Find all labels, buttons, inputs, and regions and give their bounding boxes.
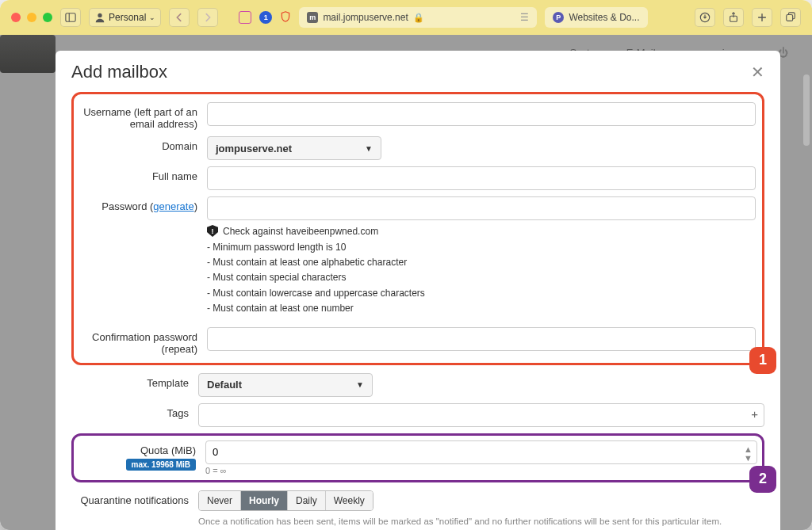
bookmark-favicon: P — [553, 12, 564, 23]
url-text: mail.jompuserve.net — [323, 12, 408, 23]
annotation-badge-2: 2 — [749, 466, 776, 493]
modal-title: Add mailbox — [71, 62, 167, 82]
bookmark-label: Websites & Do... — [569, 12, 639, 23]
quarantine-notif-label: Quarantine notifications — [71, 490, 198, 528]
chevron-down-icon: ▼ — [356, 380, 364, 389]
hibp-hint: Check against haveibeenpwned.com — [223, 226, 378, 237]
tabs-button[interactable] — [780, 8, 801, 27]
password-label: Password (generate) — [80, 196, 207, 321]
bookmark-chip[interactable]: P Websites & Do... — [545, 7, 647, 28]
site-favicon: m — [307, 12, 318, 23]
annotation-callout-2: Quota (MiB) max. 19968 MiB ▲▼ 0 = ∞ 2 — [71, 433, 764, 482]
fullname-label: Full name — [80, 166, 207, 190]
shield-icon — [207, 225, 218, 237]
quarantine-daily-button[interactable]: Daily — [288, 491, 326, 510]
domain-label: Domain — [80, 136, 207, 160]
quarantine-hourly-button[interactable]: Hourly — [241, 491, 288, 510]
svg-rect-5 — [787, 15, 793, 21]
confirm-password-label: Confirmation password (repeat) — [80, 327, 207, 355]
template-select[interactable]: Default ▼ — [198, 373, 373, 397]
new-tab-button[interactable] — [752, 8, 772, 27]
maximize-window-button[interactable] — [43, 13, 52, 22]
share-button[interactable] — [723, 8, 744, 27]
quota-max-badge: max. 19968 MiB — [126, 459, 197, 471]
page-scrollbar[interactable] — [802, 74, 810, 522]
tags-input[interactable] — [198, 403, 764, 427]
username-label: Username (left part of an email address) — [80, 102, 207, 130]
quota-hint: 0 = ∞ — [205, 466, 757, 475]
back-button[interactable] — [169, 8, 190, 27]
password-input[interactable] — [207, 196, 756, 220]
brave-shield-icon[interactable] — [280, 11, 291, 25]
forward-button[interactable] — [197, 8, 218, 27]
downloads-button[interactable] — [695, 8, 715, 27]
add-tag-icon[interactable]: + — [751, 407, 758, 421]
domain-select[interactable]: jompuserve.net ▼ — [207, 136, 381, 160]
quarantine-frequency-segment: Never Hourly Daily Weekly — [198, 490, 373, 511]
svg-rect-0 — [66, 13, 75, 22]
reader-icon[interactable]: ☰ — [520, 12, 529, 23]
quarantine-help: Once a notification has been sent, items… — [198, 515, 764, 528]
close-window-button[interactable] — [11, 13, 21, 22]
titlebar: Personal ⌄ 1 m mail.jompuserve.net 🔒 ☰ P… — [0, 0, 812, 35]
page-content: System E-Mail apps jompuserve ⏻ Add mail… — [0, 35, 812, 530]
password-rules: - Minimum password length is 10 - Must c… — [207, 240, 756, 316]
generate-password-link[interactable]: generate — [153, 200, 193, 212]
chevron-down-icon: ▼ — [365, 144, 373, 153]
template-label: Template — [71, 373, 198, 397]
fullname-input[interactable] — [207, 166, 756, 190]
extension-icon[interactable] — [239, 11, 251, 24]
quarantine-weekly-button[interactable]: Weekly — [326, 491, 373, 510]
minimize-window-button[interactable] — [27, 13, 36, 22]
browser-window: Personal ⌄ 1 m mail.jompuserve.net 🔒 ☰ P… — [0, 0, 812, 530]
svg-point-2 — [98, 13, 102, 17]
sidebar-toggle-button[interactable] — [60, 8, 81, 27]
scrollbar-thumb[interactable] — [803, 74, 810, 146]
onepassword-icon[interactable]: 1 — [259, 11, 272, 24]
quarantine-never-button[interactable]: Never — [199, 491, 241, 510]
add-mailbox-modal: Add mailbox ✕ Username (left part of an … — [56, 51, 780, 530]
profile-button[interactable]: Personal ⌄ — [89, 8, 161, 27]
tags-label: Tags — [71, 403, 198, 427]
confirm-password-input[interactable] — [207, 327, 756, 351]
quota-input[interactable] — [205, 440, 757, 464]
address-bar[interactable]: m mail.jompuserve.net 🔒 ☰ — [299, 7, 537, 28]
annotation-callout-1: Username (left part of an email address)… — [71, 92, 764, 365]
lock-icon: 🔒 — [413, 13, 424, 23]
quota-label: Quota (MiB) max. 19968 MiB — [79, 440, 205, 475]
quota-stepper[interactable]: ▲▼ — [744, 445, 753, 463]
username-input[interactable] — [207, 102, 756, 126]
annotation-badge-1: 1 — [749, 347, 776, 374]
close-icon[interactable]: ✕ — [751, 63, 764, 82]
window-controls — [11, 13, 52, 22]
profile-label: Personal — [109, 12, 146, 23]
